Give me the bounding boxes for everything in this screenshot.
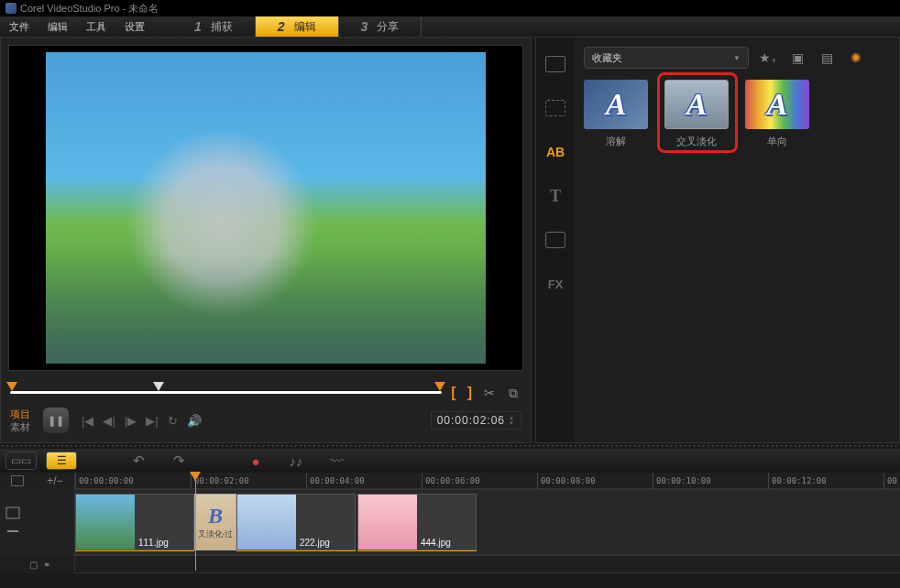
storyboard-view-button[interactable]: ▭▭	[5, 452, 37, 470]
overlay-track-header: ▢ ⚭	[0, 555, 75, 573]
mode-clip-label: 素材	[10, 420, 30, 433]
mode-project-label: 项目	[10, 408, 30, 420]
play-pause-button[interactable]: ❚❚	[43, 408, 69, 433]
title-icon: T	[550, 187, 561, 206]
library-category-tabs: AB T FX	[536, 38, 575, 442]
title-text: Corel VideoStudio Pro - 未命名	[20, 2, 159, 16]
loop-icon[interactable]: ↻	[168, 414, 178, 428]
transition-item-oneway[interactable]: A 单向	[745, 80, 809, 148]
clip-filename: 444.jpg	[421, 538, 451, 548]
transition-label: 交叉淡化	[676, 135, 717, 148]
playback-mode[interactable]: 项目 素材	[10, 408, 30, 433]
apply-current-icon[interactable]: ▣	[787, 48, 807, 68]
menu-tool[interactable]: 工具	[77, 20, 115, 34]
overlay-track-lane[interactable]	[75, 555, 900, 573]
playhead[interactable]	[195, 473, 196, 571]
timeline-view-button[interactable]: ☰	[46, 452, 77, 470]
transition-grid: A 溶解 A 交叉淡化 A 单向	[584, 80, 890, 148]
preview-viewport	[8, 45, 523, 371]
overlay-track: ▢ ⚭	[0, 555, 900, 573]
ruler-tick: 00:00:10:00	[653, 473, 711, 488]
zoom-out-icon[interactable]: +/−	[47, 474, 62, 487]
mark-out-icon[interactable]: ]	[466, 385, 474, 401]
clip-thumbnail	[358, 495, 417, 550]
step-capture[interactable]: 1 捕获	[172, 16, 256, 37]
redo-icon: ↷	[173, 452, 185, 469]
video-track-lane[interactable]: 111.jpg B 叉淡化-过 222.jpg 444.jpg	[75, 489, 900, 555]
transition-item-dissolve[interactable]: A 溶解	[584, 80, 648, 148]
library-folder-dropdown[interactable]: 收藏夹	[584, 47, 749, 69]
clip-111[interactable]: 111.jpg	[75, 494, 194, 550]
step-number: 1	[194, 19, 202, 34]
lib-tab-clip[interactable]	[536, 89, 575, 127]
redo-button[interactable]: ↷	[163, 452, 194, 470]
timecode-stepper[interactable]: ▲▼	[509, 415, 515, 426]
clip-222[interactable]: 222.jpg	[236, 494, 356, 550]
auto-music-button[interactable]: 〰	[321, 452, 352, 470]
fx-icon: FX	[548, 278, 564, 291]
step-tabs: 1 捕获 2 编辑 3 分享	[172, 16, 422, 37]
transition-item-crossfade[interactable]: A 交叉淡化	[664, 80, 729, 148]
go-end-icon[interactable]: ▶|	[146, 414, 158, 428]
lib-tab-title[interactable]: T	[536, 177, 575, 215]
timecode-display[interactable]: 00:00:02:06 ▲▼	[431, 411, 521, 430]
menu-edit[interactable]: 编辑	[38, 20, 77, 34]
apply-all-icon[interactable]: ▤	[817, 48, 837, 68]
lib-tab-graphic[interactable]	[536, 221, 575, 259]
step-share[interactable]: 3 分享	[339, 16, 423, 37]
storyboard-icon: ▭▭	[11, 454, 31, 467]
transition-thumb-letter: B	[208, 504, 223, 528]
undo-icon: ↶	[133, 452, 145, 469]
step-back-icon[interactable]: ◀|	[103, 414, 115, 428]
dropdown-value: 收藏夹	[592, 51, 622, 65]
main-area: [ ] ✂ ⧉ 项目 素材 ❚❚ |◀ ◀| |▶ ▶| ↻ 🔊	[0, 37, 900, 443]
clip-thumbnail	[237, 495, 296, 550]
record-icon: ●	[251, 453, 259, 469]
transition-clip[interactable]: B 叉淡化-过	[194, 494, 236, 550]
clip-filename: 111.jpg	[138, 538, 169, 548]
preview-controls: [ ] ✂ ⧉ 项目 素材 ❚❚ |◀ ◀| |▶ ▶| ↻ 🔊	[1, 378, 531, 442]
overlay-track-icon: ▢	[29, 560, 38, 570]
filmstrip-icon	[545, 56, 565, 72]
mark-in-icon[interactable]: [	[449, 385, 457, 401]
lib-tab-transition[interactable]: AB	[536, 133, 575, 171]
video-track-header	[0, 489, 75, 555]
show-all-icon[interactable]	[11, 475, 24, 486]
preview-panel: [ ] ✂ ⧉ 项目 素材 ❚❚ |◀ ◀| |▶ ▶| ↻ 🔊	[0, 37, 532, 443]
cut-icon[interactable]: ✂	[481, 385, 498, 401]
clip-444[interactable]: 444.jpg	[357, 494, 477, 550]
svg-rect-0	[6, 507, 19, 518]
step-edit[interactable]: 2 编辑	[256, 16, 339, 37]
scrub-slider[interactable]	[10, 384, 442, 402]
lib-tab-filter[interactable]: FX	[536, 265, 575, 303]
go-start-icon[interactable]: |◀	[82, 414, 93, 428]
volume-icon[interactable]: 🔊	[187, 414, 202, 428]
library-content: 收藏夹 ★₊ ▣ ▤ ✺ A 溶解 A 交叉淡化 A 单向	[575, 38, 899, 442]
transition-clip-label: 叉淡化-过	[198, 528, 234, 540]
timecode-value: 00:00:02:06	[437, 414, 505, 427]
step-number: 3	[361, 19, 368, 34]
overlay-chain-icon: ⚭	[43, 560, 50, 570]
record-button[interactable]: ●	[240, 452, 271, 470]
clip-icon	[545, 100, 565, 116]
timeline-toolbar: ▭▭ ☰ ↶ ↷ ● ♪♪ 〰	[0, 449, 900, 473]
undo-button[interactable]: ↶	[123, 452, 154, 470]
preview-frame	[46, 52, 486, 364]
ruler-row: +/− 00:00:00:00 00:00:02:00 00:00:04:00 …	[0, 473, 900, 489]
transition-label: 单向	[767, 135, 787, 148]
lib-tab-media[interactable]	[536, 45, 575, 83]
audio-mixer-button[interactable]: ♪♪	[280, 452, 312, 470]
settings-icon[interactable]: ✺	[846, 48, 866, 68]
step-fwd-icon[interactable]: |▶	[125, 414, 137, 428]
ruler-tick: 00:00:08:00	[537, 473, 596, 488]
mixer-icon: ♪♪	[290, 453, 303, 469]
graphic-icon	[545, 232, 565, 248]
menu-settings[interactable]: 设置	[115, 20, 154, 34]
add-favorite-icon[interactable]: ★₊	[758, 48, 778, 68]
ruler-tick: 00:00:12:00	[768, 473, 827, 488]
menu-file[interactable]: 文件	[0, 20, 38, 34]
video-track: 111.jpg B 叉淡化-过 222.jpg 444.jpg	[0, 489, 900, 555]
time-ruler[interactable]: 00:00:00:00 00:00:02:00 00:00:04:00 00:0…	[75, 473, 900, 489]
library-panel: AB T FX 收藏夹 ★₊ ▣ ▤ ✺ A 溶解 A	[535, 37, 900, 443]
copy-icon[interactable]: ⧉	[505, 385, 521, 401]
